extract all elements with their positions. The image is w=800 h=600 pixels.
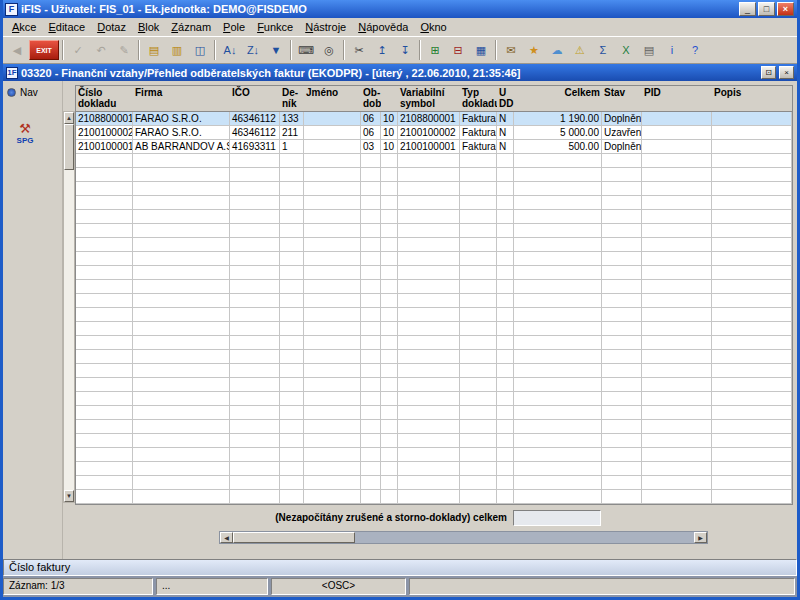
- table-cell[interactable]: [230, 182, 280, 196]
- table-cell[interactable]: [361, 364, 381, 378]
- table-cell[interactable]: [304, 308, 361, 322]
- table-cell[interactable]: [460, 336, 497, 350]
- table-cell[interactable]: 2100100001: [76, 140, 133, 154]
- table-cell[interactable]: N: [497, 112, 514, 126]
- table-row[interactable]: 2100100001AB BARRANDOV A.S.4169331110310…: [76, 140, 792, 154]
- table-cell[interactable]: [514, 364, 602, 378]
- table-cell[interactable]: [497, 406, 514, 420]
- preview-icon[interactable]: ◎: [318, 40, 340, 60]
- table-cell[interactable]: [497, 364, 514, 378]
- table-cell[interactable]: [602, 294, 642, 308]
- table-cell[interactable]: [230, 238, 280, 252]
- table-cell[interactable]: [497, 462, 514, 476]
- table-cell[interactable]: [381, 420, 398, 434]
- table-cell[interactable]: [514, 406, 602, 420]
- table-cell[interactable]: [304, 364, 361, 378]
- table-cell[interactable]: [602, 308, 642, 322]
- table-cell[interactable]: [381, 252, 398, 266]
- table-cell[interactable]: [460, 182, 497, 196]
- table-cell[interactable]: [76, 490, 133, 504]
- table-cell[interactable]: [304, 406, 361, 420]
- table-cell[interactable]: [642, 252, 712, 266]
- vertical-scrollbar[interactable]: ▲ ▼: [63, 111, 75, 503]
- table-cell[interactable]: [514, 434, 602, 448]
- table-cell[interactable]: [712, 462, 792, 476]
- table-cell[interactable]: [642, 476, 712, 490]
- table-cell[interactable]: [133, 238, 230, 252]
- minimize-button[interactable]: _: [739, 2, 756, 16]
- table-cell[interactable]: [642, 224, 712, 238]
- table-cell[interactable]: [514, 280, 602, 294]
- table-cell[interactable]: [514, 350, 602, 364]
- table-cell[interactable]: [460, 476, 497, 490]
- table-cell[interactable]: [497, 280, 514, 294]
- table-cell[interactable]: [133, 378, 230, 392]
- table-cell[interactable]: Faktura: [460, 126, 497, 140]
- table-cell[interactable]: [642, 420, 712, 434]
- table-cell[interactable]: [602, 434, 642, 448]
- table-cell[interactable]: [497, 336, 514, 350]
- table-cell[interactable]: [230, 294, 280, 308]
- table-cell[interactable]: 2100100002: [398, 126, 460, 140]
- table-cell[interactable]: [304, 112, 361, 126]
- table-cell[interactable]: [361, 168, 381, 182]
- table-cell[interactable]: [381, 448, 398, 462]
- table-cell[interactable]: [133, 420, 230, 434]
- table-cell[interactable]: [381, 196, 398, 210]
- table-cell[interactable]: [460, 224, 497, 238]
- table-cell[interactable]: [76, 210, 133, 224]
- table-row[interactable]: [76, 462, 792, 476]
- table-cell[interactable]: [497, 392, 514, 406]
- documents-icon[interactable]: ▥: [166, 40, 188, 60]
- table-cell[interactable]: 46346112: [230, 112, 280, 126]
- table-cell[interactable]: [712, 336, 792, 350]
- table-cell[interactable]: [398, 280, 460, 294]
- table-cell[interactable]: [460, 196, 497, 210]
- table-cell[interactable]: [712, 476, 792, 490]
- table-cell[interactable]: [514, 420, 602, 434]
- table-cell[interactable]: [133, 336, 230, 350]
- table-cell[interactable]: [712, 364, 792, 378]
- table-row[interactable]: [76, 266, 792, 280]
- table-cell[interactable]: [381, 168, 398, 182]
- table-cell[interactable]: [76, 462, 133, 476]
- table-cell[interactable]: [230, 308, 280, 322]
- table-cell[interactable]: [230, 490, 280, 504]
- help-icon[interactable]: ?: [684, 40, 706, 60]
- table-cell[interactable]: 2100100001: [398, 140, 460, 154]
- table-cell[interactable]: [398, 224, 460, 238]
- table-cell[interactable]: [304, 420, 361, 434]
- table-cell[interactable]: [304, 252, 361, 266]
- paste-up-icon[interactable]: ↥: [371, 40, 393, 60]
- table-cell[interactable]: Uzavřen: [602, 126, 642, 140]
- table-cell[interactable]: [514, 322, 602, 336]
- table-cell[interactable]: [497, 490, 514, 504]
- table-cell[interactable]: [381, 224, 398, 238]
- table-cell[interactable]: [514, 182, 602, 196]
- form-restore-button[interactable]: ⊡: [761, 66, 776, 79]
- table-cell[interactable]: [76, 378, 133, 392]
- table-cell[interactable]: [280, 224, 304, 238]
- table-cell[interactable]: [398, 462, 460, 476]
- table-cell[interactable]: [712, 420, 792, 434]
- table-cell[interactable]: Doplněn: [602, 112, 642, 126]
- table-cell[interactable]: [230, 420, 280, 434]
- table-cell[interactable]: [76, 350, 133, 364]
- table-cell[interactable]: [381, 392, 398, 406]
- table-cell[interactable]: [76, 434, 133, 448]
- table-cell[interactable]: [602, 336, 642, 350]
- table-cell[interactable]: [642, 182, 712, 196]
- table-cell[interactable]: 10: [381, 140, 398, 154]
- table-cell[interactable]: Faktura: [460, 140, 497, 154]
- table-cell[interactable]: [460, 406, 497, 420]
- table-cell[interactable]: [602, 364, 642, 378]
- table-cell[interactable]: [497, 168, 514, 182]
- table-cell[interactable]: [497, 476, 514, 490]
- table-cell[interactable]: [280, 154, 304, 168]
- table-cell[interactable]: [230, 336, 280, 350]
- table-cell[interactable]: [133, 224, 230, 238]
- table-cell[interactable]: [497, 252, 514, 266]
- scroll-left-icon[interactable]: ◀: [220, 532, 233, 543]
- table-cell[interactable]: [361, 322, 381, 336]
- table-cell[interactable]: [497, 154, 514, 168]
